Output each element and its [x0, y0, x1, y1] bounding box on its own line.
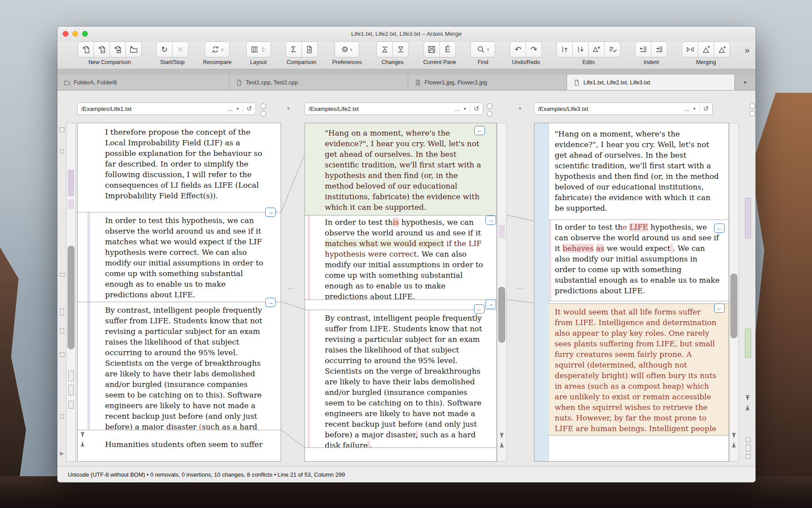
ellipsis-menu-icon[interactable]: …	[455, 106, 460, 112]
previous-edit-button[interactable]	[556, 42, 573, 57]
history-icon[interactable]: ↺	[246, 105, 252, 113]
ellipsis-menu-icon[interactable]: …	[684, 106, 690, 112]
changed-text: as	[596, 244, 605, 253]
merge-right-button[interactable]: →	[265, 208, 276, 217]
next-edit-button[interactable]	[572, 42, 589, 57]
change-marker	[68, 199, 74, 209]
pane3-scrollbar[interactable]	[729, 123, 739, 462]
tab-life1-life2-life3[interactable]: Life1.txt, Life2.txt, Life3.txt	[567, 75, 735, 90]
scroll-to-last-change-button[interactable]	[79, 441, 86, 448]
tab-list-menu-button[interactable]: ▼	[735, 75, 756, 90]
overview-to-bottom-button[interactable]	[744, 405, 752, 412]
redo-button[interactable]: ↷	[526, 42, 542, 57]
comparison-tab-bar: FolderA, FolderB Test1.cpp, Test2.cpp Fl…	[57, 69, 756, 91]
merge-left-button[interactable]: ←	[714, 224, 725, 233]
new-image-comparison-button[interactable]	[109, 42, 126, 57]
radio-bottom[interactable]	[749, 111, 755, 117]
merge-left-button[interactable]: ←	[714, 303, 725, 313]
redo-icon: ↷	[530, 45, 537, 53]
pane3-text-editor[interactable]: "Hang on a moment, where's the evidence?…	[534, 123, 729, 462]
stop-button[interactable]: ✕	[172, 42, 188, 57]
pane3-path-field[interactable]: /Examples/Life3.txt … ▼ ↺	[534, 102, 713, 115]
preferences-button[interactable]: ⚙∨	[335, 42, 359, 57]
pane2-text-editor[interactable]: "Hang on a moment, where's the evidence?…	[304, 123, 497, 462]
last-change-button[interactable]	[392, 42, 409, 57]
radio-top[interactable]	[487, 103, 492, 109]
undo-icon: ↶	[515, 45, 521, 53]
scrollbar-thumb[interactable]	[498, 287, 505, 343]
scrollbar-thumb[interactable]	[68, 246, 75, 349]
toolbar-group-current-pane: É Current Pane	[423, 42, 456, 65]
radio-top[interactable]	[749, 103, 755, 109]
merge-right-button[interactable]: →	[485, 299, 496, 309]
merge-conflict-up-button[interactable]	[698, 42, 714, 57]
pane2-scrollbar[interactable]	[497, 123, 507, 462]
pane1-text-editor[interactable]: I therefore propose the concept of the L…	[77, 123, 281, 462]
chevron-down-icon[interactable]: ▼	[463, 107, 467, 111]
encoding-button[interactable]: É	[440, 42, 456, 57]
accept-edits-button[interactable]	[604, 42, 620, 57]
status-disclosure-icon[interactable]: ▶	[60, 451, 64, 456]
merge-both-button[interactable]	[682, 42, 698, 57]
toolbar-overflow-button[interactable]: »	[744, 45, 749, 55]
find-button[interactable]: ∨	[470, 42, 495, 57]
outdent-button[interactable]	[635, 42, 651, 57]
tab-label: Flower1.jpg, Flower2.jpg	[425, 79, 487, 86]
pane1-line-status-strip	[59, 123, 65, 462]
scroll-to-first-change-button[interactable]	[79, 432, 86, 439]
indent-button[interactable]	[651, 42, 667, 57]
pane1-merge-target-radios[interactable]	[260, 103, 266, 117]
new-text-comparison-button[interactable]	[78, 42, 94, 57]
remove-edits-button[interactable]	[588, 42, 605, 57]
file-path: /Examples/Life3.txt	[538, 106, 680, 112]
radio-top[interactable]	[260, 103, 266, 109]
start-button[interactable]: ↻	[156, 42, 173, 57]
toolbar-group-label: Layout	[250, 59, 267, 65]
toolbar-group-indent: Indent	[635, 42, 667, 65]
comparison-report-button[interactable]	[301, 42, 318, 57]
pane3-merge-target-radios[interactable]	[749, 103, 755, 117]
ellipsis-menu-icon[interactable]: …	[227, 106, 233, 112]
merge-left-button[interactable]: ←	[474, 126, 485, 135]
paragraph-text: In order to test th	[555, 223, 623, 231]
scrollbar-thumb[interactable]	[730, 273, 737, 338]
toolbar-group-label: Preferences	[332, 59, 362, 65]
gear-icon: ⚙	[341, 45, 348, 53]
tab-foldera-folderb[interactable]: FolderA, FolderB	[57, 75, 229, 90]
changed-text: behaves	[563, 244, 594, 253]
merge-left-button[interactable]: ←	[474, 304, 485, 314]
undo-button[interactable]: ↶	[510, 42, 526, 57]
tab-flower1-flower2[interactable]: Flower1.jpg, Flower2.jpg	[408, 75, 567, 90]
recompare-button[interactable]: ∨	[205, 42, 229, 57]
save-button[interactable]	[424, 42, 440, 57]
toolbar-group-start-stop: ↻ ✕ Start/Stop	[156, 42, 188, 65]
title-bar[interactable]: Life1.txt, Life2.txt, Life3.txt – Araxis…	[57, 27, 756, 42]
new-binary-comparison-button[interactable]	[94, 42, 110, 57]
pane1-path-field[interactable]: /Examples/Life1.txt … ▼ ↺	[77, 102, 256, 115]
merge-conflict-down-button[interactable]	[714, 42, 730, 57]
pane1-scrollbar[interactable]	[66, 123, 76, 462]
history-icon[interactable]: ↺	[703, 105, 709, 113]
scroll-to-last-change-button[interactable]	[731, 442, 738, 449]
radio-bottom[interactable]	[260, 111, 266, 117]
pane2-path-field[interactable]: /Examples/Life2.txt … ▼ ↺	[304, 102, 483, 115]
merge-right-button[interactable]: →	[265, 298, 276, 307]
scroll-to-first-change-button[interactable]	[731, 432, 738, 440]
comparison-summary-button[interactable]: Σ	[286, 42, 302, 57]
chevron-down-icon[interactable]: ▼	[693, 107, 696, 111]
overview-to-top-button[interactable]	[744, 395, 752, 402]
radio-bottom[interactable]	[487, 111, 492, 117]
scroll-to-last-change-button[interactable]	[499, 442, 506, 449]
new-folder-comparison-button[interactable]	[125, 42, 142, 57]
tab-test1-test2[interactable]: Test1.cpp, Test2.cpp	[229, 75, 408, 90]
first-change-button[interactable]	[376, 42, 393, 57]
merge-right-button[interactable]: →	[485, 216, 496, 225]
scroll-to-first-change-button[interactable]	[499, 432, 506, 440]
history-icon[interactable]: ↺	[474, 105, 479, 113]
toolbar-group-label: Merging	[696, 59, 716, 65]
pane2-merge-target-radios[interactable]	[487, 103, 492, 117]
diff-block: In order to test this hypothesis, we can…	[305, 216, 496, 300]
pane-separator-dot	[519, 107, 521, 110]
chevron-down-icon[interactable]: ▼	[236, 107, 240, 111]
layout-button[interactable]	[246, 42, 271, 57]
